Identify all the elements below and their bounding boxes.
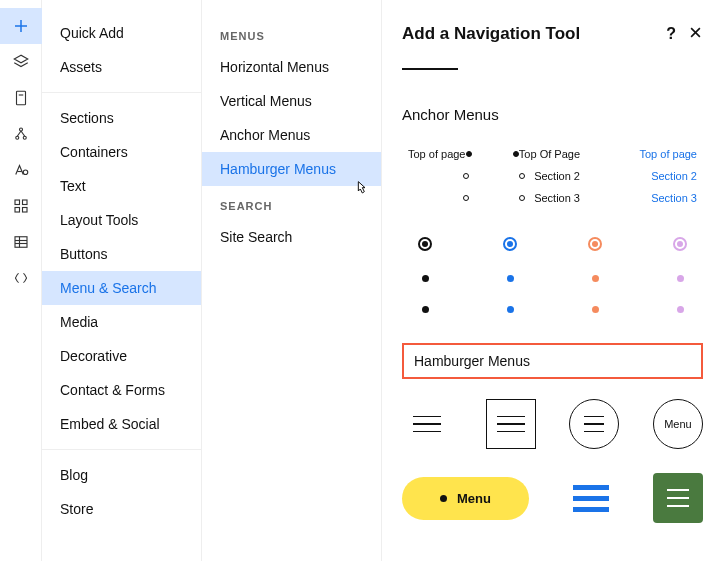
subcategory-column: MENUS Horizontal MenusVertical MenusAnch… [202,0,382,561]
anchor-preview-2[interactable]: Top Of Page Section 2 Section 3 [519,143,586,209]
anchor-previews: Top of page Top Of Page Section 2 Sectio… [402,143,703,209]
anchor-preview-3[interactable]: Top of page Section 2 Section 3 [636,143,703,209]
hamburger-circle[interactable] [569,399,619,449]
dot-style-option[interactable] [418,237,432,313]
subcategory-item[interactable]: Vertical Menus [202,84,381,118]
svg-rect-15 [23,208,28,213]
category-item[interactable]: Embed & Social [42,407,201,441]
svg-line-8 [17,131,21,136]
rail-page-icon[interactable] [0,80,42,116]
svg-point-7 [20,128,23,131]
category-item[interactable]: Buttons [42,237,201,271]
menus-heading: MENUS [202,16,381,50]
dot-style-option[interactable] [673,237,687,313]
rail-table-icon[interactable] [0,224,42,260]
hamburger-boxed[interactable] [486,399,536,449]
svg-rect-14 [15,208,20,213]
anchor-section-title: Anchor Menus [402,106,703,123]
category-item[interactable]: Blog [42,458,201,492]
hamburger-section-title-highlight: Hamburger Menus [402,343,703,379]
svg-point-11 [23,170,28,175]
category-item[interactable]: Menu & Search [42,271,201,305]
category-column: Quick AddAssets SectionsContainersTextLa… [42,0,202,561]
rail-type-icon[interactable] [0,152,42,188]
svg-rect-13 [23,200,28,205]
svg-marker-2 [14,55,28,63]
hamburger-blue[interactable] [573,485,609,512]
hamburger-plain[interactable] [402,399,452,449]
panel-title: Add a Navigation Tool [402,24,580,44]
hamburger-circle-text[interactable]: Menu [653,399,703,449]
icon-rail [0,0,42,561]
svg-point-5 [16,136,19,139]
rail-code-icon[interactable] [0,260,42,296]
hamburger-pill[interactable]: Menu [402,477,529,520]
subcategory-item[interactable]: Site Search [202,220,381,254]
anchor-preview-1[interactable]: Top of page [402,143,469,209]
category-item[interactable]: Text [42,169,201,203]
category-item[interactable]: Contact & Forms [42,373,201,407]
cursor-icon [353,178,369,199]
rail-nodes-icon[interactable] [0,116,42,152]
subcategory-item[interactable]: Horizontal Menus [202,50,381,84]
hamburger-row-1: Menu [402,399,703,449]
svg-rect-3 [17,91,26,105]
close-icon[interactable] [688,25,703,44]
svg-point-6 [23,136,26,139]
anchor-dot-styles [402,237,703,343]
svg-line-9 [21,131,25,136]
rail-grid-icon[interactable] [0,188,42,224]
rail-add-icon[interactable] [0,8,42,44]
hamburger-section-title: Hamburger Menus [414,353,530,369]
help-icon[interactable]: ? [666,25,676,43]
category-item[interactable]: Sections [42,101,201,135]
subcategory-item[interactable]: Hamburger Menus [202,152,381,186]
category-item[interactable]: Store [42,492,201,526]
hamburger-row-2: Menu [402,473,703,523]
dot-style-option[interactable] [588,237,602,313]
svg-rect-16 [15,237,27,248]
category-item[interactable]: Decorative [42,339,201,373]
category-item[interactable]: Containers [42,135,201,169]
hamburger-green[interactable] [653,473,703,523]
rail-layers-icon[interactable] [0,44,42,80]
add-panel: Add a Navigation Tool ? Anchor Menus Top… [382,0,723,561]
dot-style-option[interactable] [503,237,517,313]
category-item[interactable]: Assets [42,50,201,84]
svg-rect-12 [15,200,20,205]
category-item[interactable]: Media [42,305,201,339]
subcategory-item[interactable]: Anchor Menus [202,118,381,152]
category-item[interactable]: Layout Tools [42,203,201,237]
tab-underline [402,68,458,70]
category-item[interactable]: Quick Add [42,16,201,50]
